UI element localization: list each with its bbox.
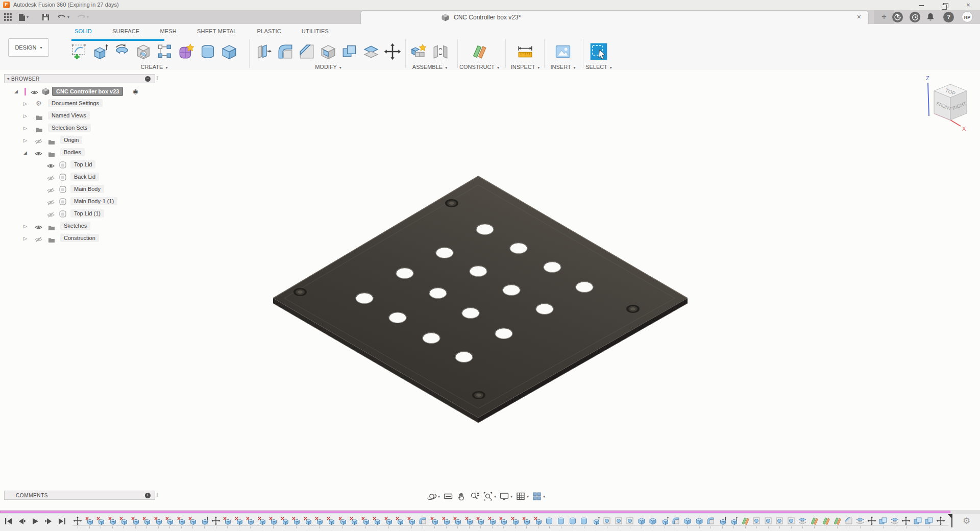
timeline-feature-xcube-icon[interactable] [84,516,94,526]
tree-label[interactable]: Named Views [48,111,90,119]
collapse-panel-icon[interactable]: ◂◂ [7,77,8,81]
timeline-feature-xcube-icon[interactable] [130,516,140,526]
timeline-feature-xcube-icon[interactable] [95,516,106,526]
timeline-feature-fillet-icon[interactable] [418,516,428,526]
timeline-feature-fillet-icon[interactable] [705,516,716,526]
timeline-feature-xcube-icon[interactable] [107,516,117,526]
pattern-button[interactable] [154,41,176,62]
timeline-feature-xcube-icon[interactable] [521,516,531,526]
press-pull-button[interactable] [253,41,275,62]
timeline-feature-hole-icon[interactable] [774,516,785,526]
browser-panel-header[interactable]: ◂◂ BROWSER − ‖ [4,74,155,83]
tree-label[interactable]: Main Body [70,185,104,193]
tree-label[interactable]: Top Lid (1) [70,209,104,218]
plate-body[interactable] [273,176,688,423]
eye-visible-icon[interactable] [35,223,42,232]
file-icon[interactable]: ▾ [18,12,29,22]
timeline-feature-extrude-icon[interactable] [717,516,727,526]
measure-button[interactable] [514,41,536,62]
redo-icon[interactable]: ▾ [77,12,89,22]
timeline-feature-box-icon[interactable] [682,516,693,526]
chamfer-button[interactable] [296,41,317,62]
timeline-feature-xcube-icon[interactable] [429,516,439,526]
screw-recess[interactable] [476,394,481,397]
close-button[interactable]: × [957,0,980,10]
toolbar-group-label[interactable]: SELECT ▾ [585,64,612,70]
timeline-feature-xcube-icon[interactable] [383,516,394,526]
timeline-feature-combine-icon[interactable] [924,516,934,526]
timeline-feature-box-icon[interactable] [648,516,658,526]
grid-layout-icon[interactable]: ▾ [516,491,529,501]
timeline-feature-cylinder-icon[interactable] [556,516,566,526]
combine-button[interactable] [339,41,360,62]
timeline-feature-xcube-icon[interactable] [406,516,416,526]
pan-icon[interactable] [456,491,467,501]
expander-icon[interactable]: ◢ [23,150,27,155]
extensions-icon[interactable] [892,12,903,22]
timeline-feature-cylinder-icon[interactable] [544,516,554,526]
browser-row-main-body[interactable]: Main Body [4,184,157,196]
timeline-feature-plane-icon[interactable] [740,516,750,526]
timeline-feature-chamfer-icon[interactable] [844,516,854,526]
timeline-feature-combine-icon[interactable] [913,516,923,526]
timeline-feature-fillet-icon[interactable] [671,516,681,526]
timeline-feature-xcube-icon[interactable] [498,516,508,526]
tree-label[interactable]: Selection Sets [48,124,91,132]
eye-hidden-icon[interactable] [47,199,55,208]
timeline-feature-xcube-icon[interactable] [349,516,359,526]
panel-grip-icon[interactable]: ‖ [156,76,159,81]
browser-row-construction[interactable]: ▷Construction [4,233,157,245]
browser-row-main-body-1-1[interactable]: Main Body-1 (1) [4,196,157,208]
timeline-feature-move-icon[interactable] [72,516,83,526]
eye-visible-icon[interactable] [31,88,38,98]
timeline-feature-xcube-icon[interactable] [487,516,497,526]
timeline-feature-xcube-icon[interactable] [452,516,462,526]
new-tab-button[interactable]: + [874,10,894,24]
browser-row-cnc-controller-box-v23[interactable]: ◢CNC Controller box v23◉ [4,86,157,98]
timeline-feature-box-icon[interactable] [694,516,704,526]
timeline-feature-xcube-icon[interactable] [245,516,255,526]
eye-visible-icon[interactable] [47,162,55,171]
go-to-end-button[interactable] [56,517,67,526]
timeline-settings-gear-icon[interactable]: ⚙ [963,516,970,526]
timeline-feature-xcube-icon[interactable] [464,516,474,526]
tab-solid[interactable]: SOLID [75,28,92,36]
timeline-feature-xcube-icon[interactable] [280,516,290,526]
timeline-feature-move-icon[interactable] [901,516,911,526]
avatar[interactable]: RP [962,11,973,22]
display-settings-icon[interactable]: ▾ [499,491,512,501]
browser-row-document-settings[interactable]: ▷⚙Document Settings [4,98,157,110]
close-tab-icon[interactable]: × [857,13,861,21]
timeline-playhead-flag[interactable] [948,514,952,519]
form-button[interactable] [176,41,197,62]
look-at-icon[interactable] [443,491,453,501]
timeline-scrollbar-thumb[interactable] [0,511,950,513]
browser-row-sketches[interactable]: ▷Sketches [4,221,157,233]
timeline-feature-xcube-icon[interactable] [337,516,348,526]
workspace-selector-button[interactable]: DESIGN ▾ [8,38,49,57]
play-button[interactable] [30,517,40,526]
timeline-feature-move-icon[interactable] [936,516,946,526]
panel-grip-icon[interactable]: ‖ [156,492,159,498]
box-button[interactable] [218,41,240,62]
timeline-feature-extrude-icon[interactable] [199,516,209,526]
timeline-feature-xcube-icon[interactable] [222,516,232,526]
zoom-icon[interactable] [470,491,480,501]
timeline-feature-xcube-icon[interactable] [372,516,382,526]
job-status-icon[interactable] [910,12,920,22]
eye-hidden-icon[interactable] [35,235,42,245]
timeline-feature-hole-icon[interactable] [763,516,773,526]
expander-icon[interactable]: ▷ [23,236,27,241]
timeline-feature-xcube-icon[interactable] [187,516,198,526]
timeline-feature-xcube-icon[interactable] [395,516,405,526]
grid-menu-icon[interactable] [4,12,12,22]
expander-icon[interactable]: ▷ [23,224,27,229]
timeline-feature-xcube-icon[interactable] [291,516,301,526]
timeline-feature-xcube-icon[interactable] [257,516,267,526]
toolbar-group-label[interactable]: CREATE ▾ [141,64,168,70]
expander-icon[interactable]: ▷ [23,138,27,143]
timeline-feature-xcube-icon[interactable] [326,516,336,526]
tab-utilities[interactable]: UTILITIES [302,28,329,36]
screw-recess[interactable] [449,202,454,205]
tree-label[interactable]: Document Settings [48,99,103,107]
